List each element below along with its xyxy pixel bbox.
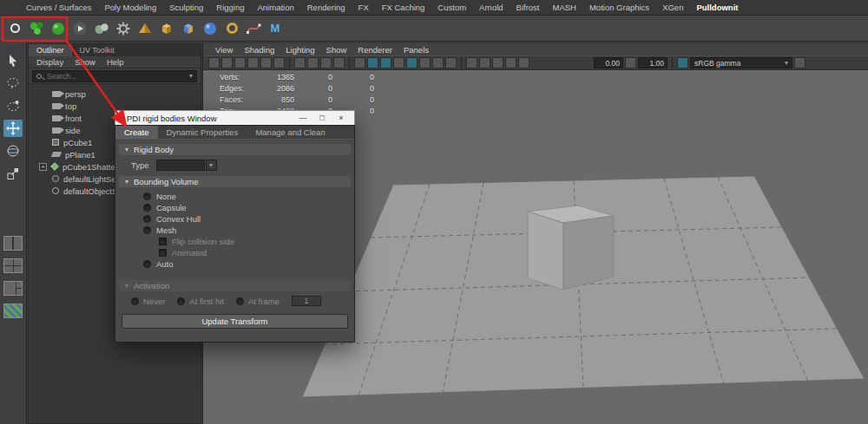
viewport-toolbar-icon[interactable] xyxy=(380,57,391,68)
menubar-item-arnold[interactable]: Arnold xyxy=(479,3,503,12)
exposure-field[interactable]: 0.00 xyxy=(594,57,623,68)
radio-convex-hull[interactable] xyxy=(143,215,151,223)
type-dropdown[interactable] xyxy=(156,160,205,171)
tab-outliner[interactable]: Outliner xyxy=(29,44,72,56)
menubar-item-fx[interactable]: FX xyxy=(358,3,369,12)
viewport-toolbar-icon[interactable] xyxy=(354,57,365,68)
blue-gold-cube-icon[interactable] xyxy=(180,20,197,37)
viewport-toolbar-icon[interactable] xyxy=(367,57,378,68)
viewport-toolbar-icon[interactable] xyxy=(234,57,246,68)
menubar-item-rendering[interactable]: Rendering xyxy=(307,3,345,12)
outliner-item-persp[interactable]: persp xyxy=(29,88,201,100)
double-sphere-icon[interactable] xyxy=(93,20,110,37)
menubar-item-animation[interactable]: Animation xyxy=(257,3,293,12)
menubar-item-fx-caching[interactable]: FX Caching xyxy=(382,3,425,12)
flip-collision-side-checkbox[interactable] xyxy=(159,238,167,245)
gamma-field[interactable]: 1.00 xyxy=(638,57,667,68)
menubar-item-poly-modeling[interactable]: Poly Modeling xyxy=(105,3,157,12)
menubar-item-motion-graphics[interactable]: Motion Graphics xyxy=(589,3,649,12)
lasso-tool-icon[interactable] xyxy=(3,75,23,92)
outliner-search-input[interactable] xyxy=(36,72,189,81)
menubar-item-sculpting[interactable]: Sculpting xyxy=(169,3,203,12)
mash-m-icon[interactable]: M xyxy=(266,20,284,37)
search-field[interactable]: ▾ xyxy=(32,70,197,82)
viewport-toolbar-icon[interactable] xyxy=(432,57,444,68)
maximize-icon[interactable]: □ xyxy=(312,111,332,125)
viewport-toolbar-icon[interactable] xyxy=(419,57,431,68)
viewport-toolbar-icon[interactable] xyxy=(518,57,529,68)
radio-mesh[interactable] xyxy=(143,226,151,234)
select-tool-icon[interactable] xyxy=(3,52,23,69)
blue-sphere-icon[interactable] xyxy=(201,20,219,37)
update-transform-button[interactable]: Update Transform xyxy=(122,314,348,329)
tab-manage-and-clean[interactable]: Manage and Clean xyxy=(247,126,333,139)
view-transform-select[interactable]: sRGB gamma ▾ xyxy=(690,57,792,68)
viewport-toolbar-icon[interactable] xyxy=(273,57,285,68)
menubar-item-pulldownit[interactable]: Pulldownit xyxy=(696,3,738,12)
outliner-menu-display[interactable]: Display xyxy=(36,57,63,67)
ring-icon[interactable] xyxy=(6,20,23,37)
menubar-item-xgen[interactable]: XGen xyxy=(662,3,683,12)
chevron-down-icon[interactable]: ▾ xyxy=(189,73,193,80)
rotate-tool-icon[interactable] xyxy=(3,142,23,160)
viewport-toolbar-icon[interactable] xyxy=(445,57,457,68)
vp-menu-panels[interactable]: Panels xyxy=(404,45,429,55)
vp-menu-lighting[interactable]: Lighting xyxy=(286,45,314,55)
gear-icon[interactable] xyxy=(115,20,132,37)
scale-tool-icon[interactable] xyxy=(3,165,23,182)
vp-menu-show[interactable]: Show xyxy=(326,45,347,55)
viewport-toolbar-icon[interactable] xyxy=(320,57,332,68)
hypershade-layout-button[interactable] xyxy=(3,303,23,318)
radio-at-frame[interactable] xyxy=(236,297,244,305)
vp-menu-shading[interactable]: Shading xyxy=(244,45,274,55)
viewport-toolbar-icon[interactable] xyxy=(393,57,404,68)
single-pane-layout-button[interactable] xyxy=(3,236,23,251)
at-frame-input[interactable] xyxy=(292,296,321,306)
rigid-body-section-header[interactable]: ▾ Rigid Body xyxy=(119,144,351,155)
shatter-spheres-icon[interactable] xyxy=(28,20,45,37)
viewport-toolbar-icon[interactable] xyxy=(479,57,490,68)
tab-create[interactable]: Create xyxy=(115,126,158,139)
menubar-item-bifrost[interactable]: Bifrost xyxy=(516,3,540,12)
green-sphere-icon[interactable] xyxy=(49,20,67,37)
viewport-toolbar-icon[interactable] xyxy=(294,57,306,68)
exposure-icon[interactable] xyxy=(625,57,636,68)
viewport-toolbar-icon[interactable] xyxy=(221,57,233,68)
bounding-volume-section-header[interactable]: ▾ Bounding Volume xyxy=(119,176,351,187)
curve-icon[interactable] xyxy=(245,20,262,37)
outliner-menu-help[interactable]: Help xyxy=(107,57,124,67)
viewport-toolbar-icon[interactable] xyxy=(492,57,503,68)
outliner-menu-show[interactable]: Show xyxy=(75,57,95,67)
vp-menu-view[interactable]: View xyxy=(215,45,233,55)
vp-menu-renderer[interactable]: Renderer xyxy=(358,45,392,55)
viewport-toolbar-icon[interactable] xyxy=(505,57,516,68)
tab-dynamic-properties[interactable]: Dynamic Properties xyxy=(158,126,247,139)
move-tool-icon[interactable] xyxy=(3,120,23,137)
dialog-titlebar[interactable]: PDI rigid bodies Window — □ × xyxy=(115,110,355,125)
menubar-item-curves-surfaces[interactable]: Curves / Surfaces xyxy=(26,3,92,12)
radio-never[interactable] xyxy=(131,297,139,305)
split-pane-layout-button[interactable] xyxy=(3,281,23,296)
tab-uv-toolkit[interactable]: UV Toolkit xyxy=(72,44,122,56)
gold-pyramid-icon[interactable] xyxy=(136,20,154,37)
play-icon[interactable] xyxy=(71,20,89,37)
type-dropdown-arrow-icon[interactable]: ▾ xyxy=(206,160,217,171)
viewport-toolbar-icon[interactable] xyxy=(466,57,477,68)
paint-select-tool-icon[interactable] xyxy=(3,97,23,114)
viewport-toolbar-icon[interactable] xyxy=(794,57,806,68)
radio-at-first-hit[interactable] xyxy=(177,297,185,305)
menubar-item-custom[interactable]: Custom xyxy=(437,3,466,12)
radio-auto[interactable] xyxy=(143,260,151,268)
viewport-toolbar-icon[interactable] xyxy=(333,57,345,68)
viewport-toolbar-icon[interactable] xyxy=(260,57,272,68)
activation-section-header[interactable]: ▾ Activation xyxy=(119,280,351,291)
expand-plus-icon[interactable]: + xyxy=(39,163,47,171)
gold-cube-icon[interactable] xyxy=(158,20,175,37)
animated-checkbox[interactable] xyxy=(159,249,167,257)
color-management-icon[interactable] xyxy=(677,57,688,68)
radio-none[interactable] xyxy=(143,192,151,200)
viewport-toolbar-icon[interactable] xyxy=(208,57,220,68)
menubar-item-mash[interactable]: MASH xyxy=(553,3,576,12)
close-icon[interactable]: × xyxy=(332,111,351,125)
viewport-toolbar-icon[interactable] xyxy=(247,57,259,68)
